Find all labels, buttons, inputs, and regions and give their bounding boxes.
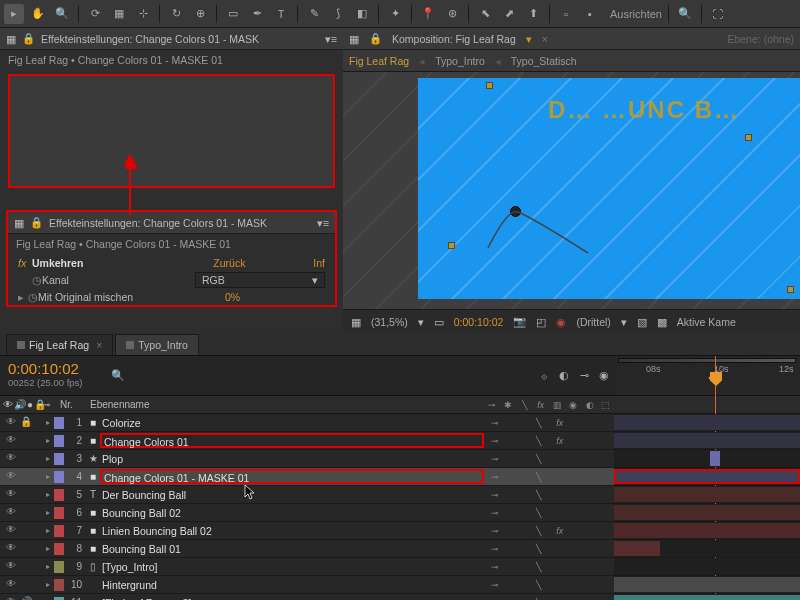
- switch-motionblur-icon[interactable]: ◉: [565, 400, 581, 410]
- shy-switch[interactable]: ⊸: [484, 508, 506, 518]
- fx-switch[interactable]: [549, 562, 571, 572]
- shy-switch[interactable]: ⊸: [484, 436, 506, 446]
- disclosure-icon[interactable]: ▸: [42, 544, 54, 553]
- collapse-switch[interactable]: [506, 580, 528, 590]
- collapse-switch[interactable]: [506, 562, 528, 572]
- label-color[interactable]: [54, 435, 64, 447]
- quality-switch[interactable]: ╲: [527, 472, 549, 482]
- layer-bar[interactable]: [614, 469, 800, 484]
- layer-track[interactable]: [614, 540, 800, 557]
- lock-icon[interactable]: 🔒: [22, 32, 35, 45]
- visibility-toggle[interactable]: 👁: [4, 488, 17, 501]
- draft-icon[interactable]: ◐: [554, 366, 574, 386]
- frameblend-switch[interactable]: [571, 508, 593, 518]
- motionblur-switch[interactable]: [592, 562, 614, 572]
- fx-switch[interactable]: [549, 580, 571, 590]
- switch-adjustment-icon[interactable]: ◐: [582, 400, 598, 410]
- layer-track[interactable]: [614, 594, 800, 600]
- motionblur-switch[interactable]: [592, 436, 614, 446]
- motionblur-switch[interactable]: [592, 454, 614, 464]
- solo-header-icon[interactable]: ●: [27, 399, 33, 410]
- transform-handle[interactable]: [745, 134, 752, 141]
- layer-bar[interactable]: [614, 415, 800, 430]
- rotobrush-tool[interactable]: ✦: [385, 4, 405, 24]
- fx-switch[interactable]: [549, 544, 571, 554]
- frameblend-switch[interactable]: [571, 418, 593, 428]
- frameblend-switch[interactable]: [571, 472, 593, 482]
- time-ruler[interactable]: 08s 10s 12s: [614, 356, 800, 395]
- anchor-tool[interactable]: ⊕: [190, 4, 210, 24]
- panel-menu-icon[interactable]: ▾≡: [325, 33, 337, 45]
- lock-toggle[interactable]: 🔒: [19, 416, 32, 429]
- effects-panel-header[interactable]: ▦ 🔒 Effekteinstellungen: Change Colors 0…: [0, 28, 343, 50]
- collapse-switch[interactable]: [506, 436, 528, 446]
- layer-name[interactable]: [Fig Leaf Rag.mp3]: [100, 597, 484, 601]
- quality-switch[interactable]: ╲: [527, 418, 549, 428]
- frame-icon[interactable]: ▭: [434, 316, 444, 328]
- visibility-toggle[interactable]: 👁: [4, 524, 17, 537]
- layer-track[interactable]: [614, 468, 800, 485]
- fx-switch[interactable]: fx: [549, 436, 571, 446]
- region-icon[interactable]: ◰: [536, 316, 546, 328]
- layer-track[interactable]: [614, 504, 800, 521]
- layer-track[interactable]: [614, 558, 800, 575]
- clone-tool[interactable]: ⟆: [328, 4, 348, 24]
- visibility-toggle[interactable]: 👁: [4, 542, 17, 555]
- visibility-toggle[interactable]: 👁: [4, 470, 17, 483]
- collapse-switch[interactable]: [506, 490, 528, 500]
- disclosure-icon[interactable]: ▸: [42, 436, 54, 445]
- layer-bar[interactable]: [614, 433, 800, 448]
- quality-switch[interactable]: ╲: [527, 580, 549, 590]
- fx-switch[interactable]: [549, 490, 571, 500]
- layer-name[interactable]: Hintergrund: [100, 579, 484, 591]
- motionblur-switch[interactable]: [592, 526, 614, 536]
- orbit-tool[interactable]: ⟳: [85, 4, 105, 24]
- frameblend-switch[interactable]: [571, 490, 593, 500]
- snap1-icon[interactable]: ▫: [556, 4, 576, 24]
- disclosure-icon[interactable]: ▸: [42, 472, 54, 481]
- layer-row[interactable]: 👁▸5TDer Bouncing Ball⊸╲: [0, 486, 800, 504]
- visibility-toggle[interactable]: 👁: [4, 416, 17, 429]
- snap2-icon[interactable]: ▪: [580, 4, 600, 24]
- shape-tool[interactable]: ▭: [223, 4, 243, 24]
- rotate-tool[interactable]: ↻: [166, 4, 186, 24]
- selection-tool[interactable]: ▸: [4, 4, 24, 24]
- layer-bounds[interactable]: D… …UNC B…: [418, 78, 800, 299]
- collapse-switch[interactable]: [506, 418, 528, 428]
- camera-value[interactable]: Aktive Kame: [677, 316, 736, 328]
- layer-row[interactable]: 👁▸4■Change Colors 01 - MASKE 01⊸╲: [0, 468, 800, 486]
- timecode-value[interactable]: 0:00:10:02: [454, 316, 504, 328]
- brush-tool[interactable]: ✎: [304, 4, 324, 24]
- layer-track[interactable]: [614, 522, 800, 539]
- label-color[interactable]: [54, 597, 64, 601]
- local-axis-tool[interactable]: ⬉: [475, 4, 495, 24]
- layer-name[interactable]: Change Colors 01: [100, 433, 484, 448]
- label-color[interactable]: [54, 579, 64, 591]
- collapse-switch[interactable]: [506, 526, 528, 536]
- quality-switch[interactable]: ╲: [527, 544, 549, 554]
- layer-name[interactable]: Bouncing Ball 02: [100, 507, 484, 519]
- comp-viewer[interactable]: D… …UNC B…: [343, 72, 800, 309]
- collapse-switch[interactable]: [506, 544, 528, 554]
- time-navigator[interactable]: [618, 358, 796, 363]
- shy-switch[interactable]: ⊸: [484, 490, 506, 500]
- grid-icon[interactable]: ▦: [351, 316, 361, 328]
- layer-bar[interactable]: [710, 451, 720, 466]
- layer-row[interactable]: 👁▸10 Hintergrund⊸╲: [0, 576, 800, 594]
- switch-collapse-icon[interactable]: ✱: [500, 400, 516, 410]
- fx-reset-link[interactable]: Zurück: [213, 257, 313, 269]
- timecode-display[interactable]: 0:00:10:02 00252 (25.00 fps): [0, 356, 108, 395]
- motionblur-switch[interactable]: [592, 508, 614, 518]
- pen-tool[interactable]: ✒: [247, 4, 267, 24]
- quality-switch[interactable]: ╲: [527, 508, 549, 518]
- visibility-header-icon[interactable]: 👁: [3, 399, 13, 410]
- frameblend-switch[interactable]: [571, 544, 593, 554]
- effects-panel-header-2[interactable]: ▦ 🔒 Effekteinstellungen: Change Colors 0…: [8, 212, 335, 234]
- label-color[interactable]: [54, 417, 64, 429]
- search-icon[interactable]: 🔍: [675, 4, 695, 24]
- fx-switch[interactable]: fx: [549, 418, 571, 428]
- layer-bar[interactable]: [614, 523, 800, 538]
- close-icon[interactable]: ×: [96, 339, 102, 351]
- switch-3d-icon[interactable]: ⬚: [598, 400, 614, 410]
- disclosure-icon[interactable]: ▸: [42, 562, 54, 571]
